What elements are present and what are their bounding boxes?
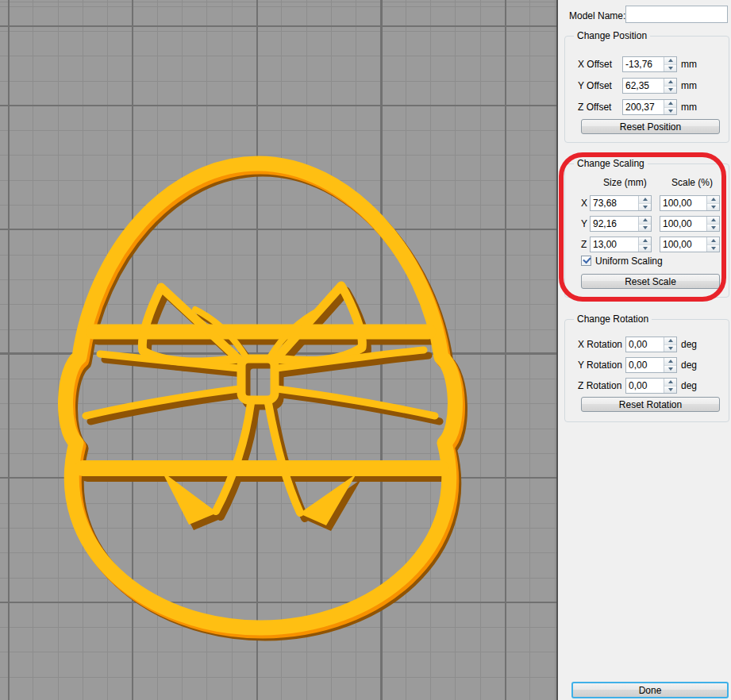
y-offset-spinner-icon[interactable] [664, 79, 676, 93]
settings-panel: Model Name: Change Position X Offset mm … [558, 0, 731, 700]
y-offset-spinbox[interactable] [622, 78, 677, 94]
reset-rotation-button[interactable]: Reset Rotation [581, 397, 720, 412]
x-size-value[interactable] [591, 196, 638, 210]
z-scale-spinner-icon[interactable] [706, 237, 719, 252]
z-rotation-spinbox[interactable] [625, 378, 677, 394]
z-rotation-spinner-icon[interactable] [664, 379, 676, 393]
checkmark-icon [583, 256, 591, 264]
y-offset-value[interactable] [623, 79, 664, 93]
z-offset-spinner-icon[interactable] [664, 100, 676, 114]
change-scaling-title: Change Scaling [574, 158, 648, 169]
y-rotation-spinbox[interactable] [625, 357, 677, 373]
y-offset-unit: mm [681, 80, 697, 91]
model-top-layer [66, 163, 456, 628]
scale-y-label: Y [581, 218, 587, 229]
scale-z-label: Z [581, 239, 587, 250]
z-rotation-value[interactable] [626, 379, 664, 393]
y-size-spinbox[interactable] [590, 216, 652, 232]
z-scale-spinbox[interactable] [660, 237, 720, 252]
model-easter-egg-cutter[interactable] [0, 0, 556, 700]
z-offset-unit: mm [681, 102, 697, 113]
x-offset-spinner-icon[interactable] [664, 57, 676, 71]
x-rotation-spinbox[interactable] [625, 337, 677, 352]
reset-position-button[interactable]: Reset Position [581, 119, 720, 134]
y-size-value[interactable] [591, 217, 638, 231]
y-scale-spinbox[interactable] [660, 216, 720, 232]
x-rotation-label: X Rotation [578, 339, 622, 350]
y-rotation-label: Y Rotation [578, 360, 622, 371]
x-scale-value[interactable] [660, 196, 706, 210]
change-position-title: Change Position [574, 30, 650, 41]
x-size-spinner-icon[interactable] [638, 196, 651, 210]
y-size-spinner-icon[interactable] [638, 217, 651, 231]
z-scale-value[interactable] [660, 237, 706, 252]
y-rotation-value[interactable] [626, 358, 664, 372]
x-offset-label: X Offset [578, 59, 612, 70]
change-rotation-title: Change Rotation [574, 313, 652, 325]
reset-scale-button[interactable]: Reset Scale [581, 274, 720, 289]
y-rotation-unit: deg [681, 360, 697, 371]
x-scale-spinbox[interactable] [660, 195, 720, 211]
z-size-spinbox[interactable] [590, 237, 652, 252]
z-rotation-label: Z Rotation [578, 380, 621, 391]
x-rotation-value[interactable] [626, 337, 664, 352]
scale-x-label: X [581, 198, 587, 209]
y-scale-spinner-icon[interactable] [706, 217, 719, 231]
y-rotation-spinner-icon[interactable] [664, 358, 676, 372]
size-col-header: Size (mm) [603, 177, 647, 188]
z-size-value[interactable] [591, 237, 638, 252]
z-offset-label: Z Offset [578, 102, 611, 113]
z-rotation-unit: deg [681, 380, 697, 391]
uniform-scaling-label: Uniform Scaling [595, 256, 663, 267]
x-offset-spinbox[interactable] [622, 56, 677, 72]
model-name-label: Model Name: [569, 10, 625, 21]
done-button[interactable]: Done [571, 682, 729, 698]
x-size-spinbox[interactable] [590, 195, 652, 211]
uniform-scaling-checkbox[interactable] [581, 256, 591, 266]
scale-col-header: Scale (%) [671, 177, 713, 188]
z-offset-spinbox[interactable] [622, 99, 677, 115]
x-rotation-spinner-icon[interactable] [664, 337, 676, 352]
x-rotation-unit: deg [681, 339, 697, 350]
z-offset-value[interactable] [623, 100, 664, 114]
z-size-spinner-icon[interactable] [638, 237, 651, 252]
3d-viewport[interactable] [0, 0, 558, 700]
x-offset-unit: mm [681, 59, 697, 70]
y-scale-value[interactable] [660, 217, 706, 231]
model-name-input[interactable] [625, 6, 728, 23]
x-offset-value[interactable] [623, 57, 664, 71]
y-offset-label: Y Offset [578, 80, 612, 91]
x-scale-spinner-icon[interactable] [706, 196, 719, 210]
